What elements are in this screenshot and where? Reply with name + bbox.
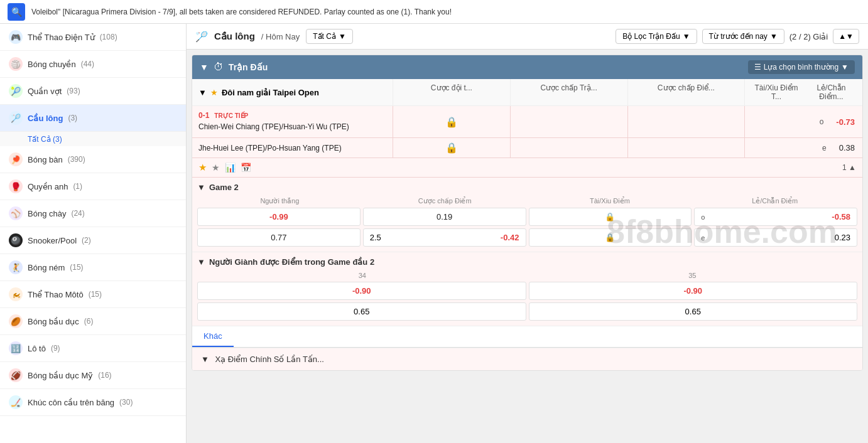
lock-icon: 🔒 bbox=[605, 212, 615, 222]
col-header-4: Tài/Xiu Điểm T... bbox=[749, 83, 804, 101]
team2-odds3[interactable] bbox=[628, 138, 746, 157]
quyen-anh-icon: 🥊 bbox=[9, 179, 23, 193]
bong-chay-icon: ⚾ bbox=[9, 206, 23, 220]
sidebar-item-bong-nem[interactable]: 🤾 Bóng ném (15) bbox=[0, 254, 186, 281]
sidebar-count: (1) bbox=[73, 182, 82, 191]
chevron-down-icon: ▼ bbox=[770, 32, 778, 41]
bo-loc-dropdown[interactable]: Bộ Lọc Trận Đấu ▼ bbox=[616, 29, 697, 44]
calendar-icon[interactable]: 📅 bbox=[241, 163, 251, 173]
search-icon[interactable]: 🔍 bbox=[8, 3, 25, 21]
sidebar-item-the-thao-dien-tu[interactable]: 🎮 Thể Thao Điện Tử (108) bbox=[0, 24, 186, 51]
bong-ban-icon: 🏓 bbox=[9, 152, 23, 166]
team1-odds1[interactable]: 🔒 bbox=[393, 106, 511, 137]
le-chan-val-neg[interactable]: -0.58 bbox=[832, 212, 850, 222]
odds-value-pos[interactable]: 0.38 bbox=[839, 143, 855, 152]
star-icon[interactable]: ★ bbox=[198, 162, 207, 173]
g2r1c1[interactable]: -0.99 bbox=[197, 208, 361, 226]
sidebar-item-cau-long[interactable]: 🏸 Cầu lông (3) bbox=[0, 105, 186, 132]
game2-row1: -0.99 0.19 🔒 o -0.58 bbox=[197, 208, 857, 226]
sidebar-sub-tat-ca[interactable]: Tất Cả (3) bbox=[0, 132, 186, 146]
ng-row1: -0.90 -0.90 bbox=[197, 282, 857, 300]
g2r1c2[interactable]: 0.19 bbox=[363, 208, 526, 226]
sidebar-item-lo-to[interactable]: 🔢 Lô tô (9) bbox=[0, 335, 186, 362]
team2-odds2[interactable] bbox=[511, 138, 628, 157]
le-chan-val-pos[interactable]: 0.23 bbox=[835, 233, 850, 242]
chevron-icon[interactable]: ▼ bbox=[197, 183, 205, 192]
col-header-5: Lẻ/Chẵn Điểm... bbox=[804, 83, 859, 101]
section-title: Cầu lông bbox=[214, 31, 255, 42]
tran-dau-label: Trận Đấu bbox=[229, 62, 268, 72]
chevron-icon[interactable]: ▼ bbox=[200, 62, 209, 72]
sidebar-label: Bóng ném bbox=[28, 263, 65, 272]
game2-rows: -0.99 0.19 🔒 o -0.58 0.77 bbox=[197, 208, 857, 247]
stats-icon[interactable]: 📊 bbox=[225, 163, 236, 173]
odds-label-e: e bbox=[822, 144, 827, 152]
luchon-button[interactable]: ☰ Lựa chọn bình thường ▼ bbox=[748, 60, 855, 74]
col-header-3: Cược chấp Điể... bbox=[628, 79, 746, 105]
filter-icon: ☰ bbox=[754, 63, 761, 72]
sidebar-item-bong-bau-duc-my[interactable]: 🏈 Bóng bầu dục Mỹ (16) bbox=[0, 362, 186, 389]
sidebar-label: Khúc côn cầu trên băng bbox=[28, 398, 114, 407]
sidebar-item-bong-bau-duc[interactable]: 🏉 Bóng bầu dục (6) bbox=[0, 308, 186, 335]
sort-icon: ▲▼ bbox=[838, 32, 854, 41]
match-block: 0-1 TRỰC TIẾP Chien-Wei Chiang (TPE)/Hsu… bbox=[192, 106, 862, 178]
chevron-down-icon: ▼ bbox=[841, 63, 849, 72]
sidebar-count: (24) bbox=[71, 209, 84, 218]
match-section-header: ▼ ⏱ Trận Đấu ☰ Lựa chọn bình thường ▼ bbox=[192, 55, 862, 79]
team1-odds3[interactable] bbox=[628, 106, 746, 137]
tu-truoc-dropdown[interactable]: Từ trước đến nay ▼ bbox=[702, 29, 784, 44]
nguoi-gianh-title: ▼ Người Giành được Điểm trong Game đầu 2 bbox=[197, 257, 857, 267]
sidebar: 🎮 Thể Thao Điện Tử (108) 🏐 Bóng chuyền (… bbox=[0, 24, 187, 443]
sidebar-count: (6) bbox=[84, 317, 94, 326]
nguoi-gianh-rows: -0.90 -0.90 0.65 0.65 bbox=[197, 282, 857, 321]
section-sub: / Hôm Nay bbox=[261, 32, 300, 41]
le-chan-label-e: e bbox=[701, 234, 705, 242]
team2-odds4: e 0.38 bbox=[745, 138, 862, 157]
ng-r1c2[interactable]: -0.90 bbox=[529, 282, 858, 300]
ng-r2c1[interactable]: 0.65 bbox=[197, 302, 526, 321]
sidebar-item-bong-chay[interactable]: ⚾ Bóng chày (24) bbox=[0, 200, 186, 227]
notification-text: Voleibol" [Nicaragua Primera Division - … bbox=[31, 8, 452, 16]
tat-ca-dropdown[interactable]: Tất Cả ▼ bbox=[306, 29, 353, 44]
sidebar-item-bong-ban[interactable]: 🏓 Bóng bàn (390) bbox=[0, 146, 186, 173]
sidebar-item-quyen-anh[interactable]: 🥊 Quyền anh (1) bbox=[0, 173, 186, 200]
sidebar-count: (44) bbox=[81, 60, 94, 68]
sidebar-count: (30) bbox=[119, 398, 133, 407]
g2r2c2: 2.5 -0.42 bbox=[363, 228, 526, 247]
tat-ca-label[interactable]: Tất Cả (3) bbox=[28, 135, 62, 144]
sidebar-item-bong-chuyen[interactable]: 🏐 Bóng chuyền (44) bbox=[0, 51, 186, 78]
chap-val: 2.5 bbox=[370, 233, 381, 242]
star-icon[interactable]: ★ bbox=[210, 88, 218, 97]
chap-odds[interactable]: -0.42 bbox=[501, 233, 519, 242]
chevron-icon[interactable]: ▼ bbox=[201, 355, 209, 364]
sidebar-count: (16) bbox=[98, 371, 111, 380]
sidebar-label: Thể Thao Điện Tử bbox=[28, 33, 95, 42]
g2r2c1[interactable]: 0.77 bbox=[197, 228, 361, 247]
sort-button[interactable]: ▲▼ bbox=[833, 29, 859, 44]
team1-odds4: o -0.73 bbox=[745, 106, 862, 137]
team2-name: Jhe-Huei Lee (TPE)/Po-Hsuan Yang (TPE) bbox=[198, 142, 342, 154]
ng-r1c1[interactable]: -0.90 bbox=[197, 282, 526, 300]
chevron-icon[interactable]: ▼ bbox=[197, 257, 205, 267]
bong-bau-duc-icon: 🏉 bbox=[9, 314, 23, 328]
chevron-icon[interactable]: ▼ bbox=[198, 88, 207, 97]
odds-label-o: o bbox=[820, 117, 824, 126]
bookmark-icon[interactable]: ★ bbox=[212, 163, 220, 173]
ng-col-h1: 34 bbox=[197, 272, 528, 279]
team1-odds2[interactable] bbox=[511, 106, 628, 137]
header-right: Bộ Lọc Trận Đấu ▼ Từ trước đến nay ▼ (2 … bbox=[616, 29, 859, 44]
tab-khac[interactable]: Khác bbox=[192, 326, 234, 347]
sidebar-item-the-thao-moto[interactable]: 🏍 Thể Thao Môtô (15) bbox=[0, 281, 186, 308]
sidebar-item-khuc-con-cau[interactable]: 🏒 Khúc côn cầu trên băng (30) bbox=[0, 389, 186, 416]
sidebar-item-snooker[interactable]: 🎱 Snooker/Pool (2) bbox=[0, 227, 186, 254]
cau-long-icon: 🏸 bbox=[9, 111, 23, 125]
tournament-name: Đôi nam giải Taipei Open bbox=[222, 88, 319, 97]
sidebar-label: Bóng chày bbox=[28, 209, 66, 218]
sidebar-item-quan-vot[interactable]: 🎾 Quần vợt (93) bbox=[0, 78, 186, 105]
odds-value-neg[interactable]: -0.73 bbox=[836, 117, 855, 127]
game-count: (2 / 2) Giải bbox=[789, 32, 828, 41]
team2-info: Jhe-Huei Lee (TPE)/Po-Hsuan Yang (TPE) bbox=[192, 138, 393, 157]
col-h1: Người thắng bbox=[197, 197, 362, 205]
ng-r2c2[interactable]: 0.65 bbox=[529, 302, 858, 321]
team2-odds1[interactable]: 🔒 bbox=[393, 138, 511, 157]
